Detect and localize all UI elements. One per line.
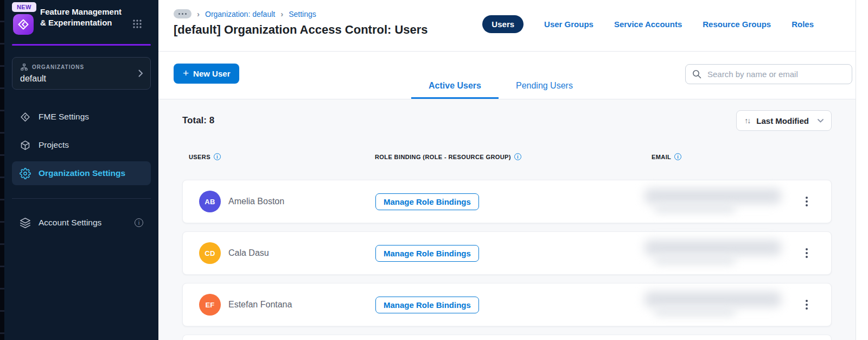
nav-tab-service-accounts[interactable]: Service Accounts (614, 20, 682, 29)
sort-arrows-icon: ↑↓ (744, 116, 751, 125)
organizations-label: ORGANIZATIONS (32, 64, 84, 70)
search-box (685, 64, 852, 84)
product-title: Feature Management & Experimentation (40, 7, 127, 28)
user-cell: EF Estefan Fontana (189, 294, 375, 316)
sidebar-item-label: FME Settings (39, 112, 89, 122)
account-info-icon[interactable]: i (135, 218, 143, 227)
table-summary-row: Total: 8 ↑↓ Last Modified (182, 110, 832, 131)
gear-icon (20, 168, 31, 179)
manage-role-bindings-button[interactable]: Manage Role Bindings (375, 245, 479, 262)
fme-logo-icon[interactable] (13, 14, 34, 35)
search-input[interactable] (706, 69, 845, 79)
org-tree-icon (20, 63, 28, 71)
tab-pending-users[interactable]: Pending Users (499, 74, 590, 99)
chevron-down-icon (818, 119, 824, 123)
new-badge: NEW (12, 2, 36, 12)
organization-value: default (20, 74, 143, 84)
manage-role-bindings-button[interactable]: Manage Role Bindings (375, 193, 479, 210)
sidebar-item-projects[interactable]: Projects (12, 133, 151, 157)
sort-label: Last Modified (756, 116, 809, 125)
organization-selector[interactable]: ORGANIZATIONS default (12, 57, 151, 90)
main-panel: › Organization: default › Settings [defa… (158, 0, 856, 340)
right-gutter (856, 0, 868, 340)
user-cell: CD Cala Dasu (189, 242, 375, 264)
new-user-label: New User (193, 69, 230, 78)
sort-dropdown[interactable]: ↑↓ Last Modified (736, 110, 832, 131)
column-label: ROLE BINDING (ROLE - RESOURCE GROUP) (375, 154, 511, 160)
manage-role-bindings-button[interactable]: Manage Role Bindings (375, 297, 479, 313)
table-row-partial (182, 335, 832, 340)
sidebar: NEW Feature Management & Experimentation (4, 0, 158, 340)
email-redacted (652, 284, 803, 326)
breadcrumb-ellipsis[interactable] (174, 9, 192, 18)
user-cell: AB Amelia Boston (189, 191, 375, 212)
row-menu-icon[interactable] (803, 246, 810, 260)
cube-icon (20, 140, 31, 151)
toolbar: + New User Active Users Pending Users (158, 52, 856, 99)
layers-icon (20, 217, 31, 229)
table-row: AB Amelia Boston Manage Role Bindings (182, 180, 832, 223)
avatar: EF (199, 294, 221, 316)
email-redacted (652, 232, 803, 274)
screen: NEW Feature Management & Experimentation (0, 0, 868, 340)
access-control-nav: Users User Groups Service Accounts Resou… (482, 15, 814, 33)
nav-tab-roles[interactable]: Roles (792, 20, 814, 29)
row-menu-icon[interactable] (803, 194, 810, 209)
split-icon (20, 111, 31, 123)
search-icon (692, 70, 701, 79)
column-label: USERS (189, 154, 210, 160)
nav-tab-resource-groups[interactable]: Resource Groups (703, 20, 771, 29)
new-user-button[interactable]: + New User (174, 64, 239, 84)
total-count: Total: 8 (182, 115, 214, 126)
user-state-tabs: Active Users Pending Users (411, 74, 590, 99)
breadcrumb-link-organization[interactable]: Organization: default (205, 10, 275, 18)
sidebar-item-label: Organization Settings (39, 168, 125, 178)
nav-tab-user-groups[interactable]: User Groups (544, 20, 593, 29)
table-row: EF Estefan Fontana Manage Role Bindings (182, 283, 832, 326)
avatar-initials: EF (205, 301, 214, 309)
users-table-section: Total: 8 ↑↓ Last Modified USERS i ROLE B… (158, 99, 856, 340)
column-header-role-binding: ROLE BINDING (ROLE - RESOURCE GROUP) i (375, 153, 652, 160)
user-name: Amelia Boston (228, 197, 284, 206)
info-icon[interactable]: i (514, 153, 521, 160)
sidebar-menu: FME Settings Projects Or (4, 105, 158, 235)
column-label: EMAIL (652, 154, 671, 160)
plus-icon: + (183, 67, 189, 79)
avatar: CD (199, 242, 221, 264)
row-menu-icon[interactable] (803, 298, 810, 312)
nav-tab-users[interactable]: Users (482, 15, 524, 33)
sidebar-header: NEW Feature Management & Experimentation (4, 0, 158, 44)
sidebar-item-label: Projects (39, 140, 69, 150)
info-icon[interactable]: i (674, 153, 681, 160)
avatar-initials: CD (205, 249, 215, 257)
column-header-email: EMAIL i (652, 153, 803, 160)
user-name: Estefan Fontana (228, 300, 292, 310)
column-header-users: USERS i (189, 153, 375, 160)
page-header: › Organization: default › Settings [defa… (158, 0, 856, 52)
table-column-headers: USERS i ROLE BINDING (ROLE - RESOURCE GR… (182, 153, 832, 160)
breadcrumb-separator: › (197, 9, 200, 18)
user-name: Cala Dasu (228, 248, 269, 258)
table-row: CD Cala Dasu Manage Role Bindings (182, 231, 832, 275)
avatar-initials: AB (205, 198, 215, 206)
breadcrumb-link-settings[interactable]: Settings (289, 10, 316, 18)
screen-edge (0, 0, 4, 340)
sidebar-item-fme-settings[interactable]: FME Settings (12, 105, 151, 129)
chevron-right-icon (138, 70, 143, 77)
email-redacted (652, 180, 803, 223)
accent-divider (12, 44, 151, 46)
sidebar-item-account-settings[interactable]: Account Settings i (12, 211, 151, 235)
app-switcher-icon[interactable] (132, 19, 142, 29)
breadcrumb-separator: › (280, 9, 283, 18)
info-icon[interactable]: i (214, 153, 221, 160)
sidebar-item-label: Account Settings (39, 218, 101, 228)
sidebar-divider (12, 198, 151, 199)
tab-active-users[interactable]: Active Users (411, 74, 499, 99)
sidebar-item-organization-settings[interactable]: Organization Settings (12, 161, 151, 185)
avatar: AB (199, 191, 221, 212)
